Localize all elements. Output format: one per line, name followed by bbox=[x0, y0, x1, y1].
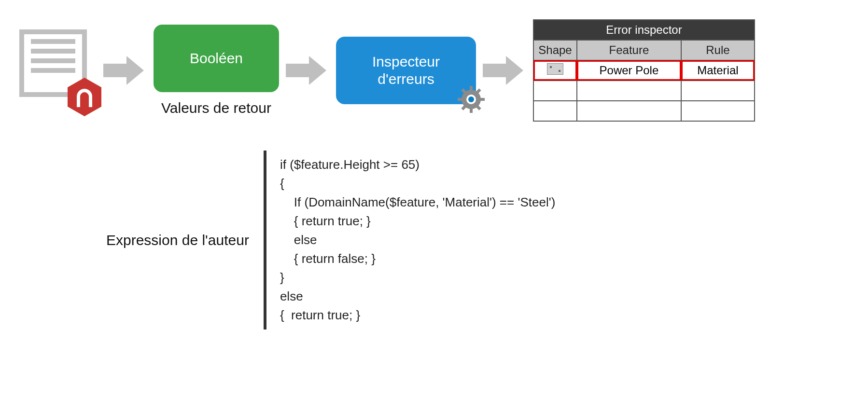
table-title: Error inspector bbox=[533, 20, 755, 40]
error-inspector-label: Inspecteurd'erreurs bbox=[372, 53, 440, 88]
table-row: Power Pole Material bbox=[533, 60, 755, 81]
code-section: Expression de l'auteur if ($feature.Heig… bbox=[106, 151, 858, 329]
col-rule: Rule bbox=[681, 40, 755, 60]
svg-rect-2 bbox=[470, 107, 473, 113]
arrow-icon bbox=[483, 56, 526, 85]
error-inspector-node: Inspecteurd'erreurs bbox=[336, 37, 476, 104]
gear-icon bbox=[458, 86, 485, 113]
svg-rect-4 bbox=[479, 98, 485, 101]
table-row bbox=[533, 81, 755, 101]
boolean-node-wrap: Booléen Valeurs de retour bbox=[154, 25, 279, 116]
svg-point-10 bbox=[468, 96, 474, 102]
code-block: if ($feature.Height >= 65) { If (DomainN… bbox=[264, 151, 555, 329]
cell-shape bbox=[533, 60, 577, 81]
svg-rect-1 bbox=[470, 86, 473, 92]
col-feature: Feature bbox=[577, 40, 681, 60]
boolean-label: Booléen bbox=[190, 50, 243, 67]
boolean-node: Booléen bbox=[154, 25, 279, 92]
document-arcade-icon bbox=[10, 29, 97, 111]
cell-rule: Material bbox=[681, 60, 755, 81]
svg-rect-3 bbox=[458, 98, 463, 101]
arrow-icon bbox=[103, 56, 147, 85]
flow-row: Booléen Valeurs de retour Inspecteurd'er… bbox=[10, 19, 858, 122]
cell-feature: Power Pole bbox=[577, 60, 681, 81]
arcade-badge-icon bbox=[68, 78, 101, 116]
point-shape-icon bbox=[547, 63, 563, 75]
return-values-caption: Valeurs de retour bbox=[161, 100, 271, 116]
col-shape: Shape bbox=[533, 40, 577, 60]
code-label: Expression de l'auteur bbox=[106, 232, 249, 248]
arrow-icon bbox=[286, 56, 329, 85]
table-row bbox=[533, 101, 755, 121]
error-inspector-table: Error inspector Shape Feature Rule Power… bbox=[533, 19, 755, 122]
